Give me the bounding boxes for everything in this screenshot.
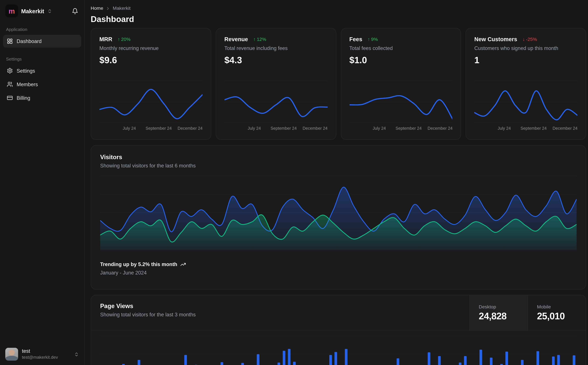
breadcrumb: Home Makerkit (91, 5, 586, 11)
workspace-selector[interactable]: m Makerkit (5, 5, 52, 17)
sparkline-x-labels: July 24 September 24 December 24 (474, 126, 577, 132)
user-menu[interactable]: test test@makerkit.dev (0, 343, 84, 365)
logo-letter: m (9, 7, 15, 14)
page-views-toggle-mobile[interactable]: Mobile 25,010 (527, 295, 586, 330)
stat-value: $9.6 (99, 55, 202, 65)
workspace-name: Makerkit (21, 8, 44, 14)
users-icon (7, 81, 13, 87)
breadcrumb-home-link[interactable]: Home (91, 6, 103, 11)
gear-icon (7, 68, 13, 74)
visitors-card: Visitors Showing total visitors for the … (91, 145, 586, 289)
sparkline-chart: July 24 September 24 December 24 (224, 70, 327, 132)
page-views-title: Page Views (100, 303, 460, 309)
stat-subtitle: Customers who signed up this month (474, 45, 577, 51)
page-views-subtitle: Showing total visitors for the last 3 mo… (100, 312, 460, 317)
trending-up-icon (180, 262, 186, 267)
visitors-title: Visitors (100, 154, 577, 161)
visitors-subtitle: Showing total visitors for the last 6 mo… (100, 163, 577, 168)
page-title: Dashboard (91, 14, 586, 25)
sidebar-item-settings[interactable]: Settings (3, 64, 81, 77)
stat-delta-badge: ↑20% (118, 36, 131, 42)
sidebar: m Makerkit Application Dashboard (0, 0, 85, 365)
page-views-bar-chart (91, 331, 586, 365)
stat-title: Revenue (224, 36, 248, 42)
visitors-period: January - June 2024 (100, 270, 577, 275)
page-views-card: Page Views Showing total visitors for th… (91, 295, 586, 365)
credit-card-icon (7, 95, 13, 101)
bell-icon (72, 8, 78, 14)
arrow-up-icon: ↑ (253, 36, 256, 42)
chevrons-up-down-icon (47, 8, 52, 14)
avatar (5, 348, 18, 361)
stat-title: Fees (349, 36, 362, 42)
breadcrumb-current: Makerkit (113, 6, 131, 11)
page-views-toggle-desktop[interactable]: Desktop 24,828 (469, 295, 527, 330)
mobile-label: Mobile (537, 304, 586, 309)
main-content: Home Makerkit Dashboard MRR ↑20% Monthly… (85, 0, 588, 365)
chevron-right-icon (105, 6, 111, 11)
sidebar-item-dashboard[interactable]: Dashboard (3, 35, 81, 48)
sparkline-chart: July 24 September 24 December 24 (474, 70, 577, 132)
stat-delta-badge: ↑9% (367, 36, 378, 42)
stat-card-fees: Fees ↑9% Total fees collected $1.0 July … (341, 28, 461, 140)
user-name: test (22, 348, 58, 355)
stat-card-revenue: Revenue ↑12% Total revenue including fee… (216, 28, 336, 140)
sidebar-item-billing[interactable]: Billing (3, 91, 81, 104)
user-email: test@makerkit.dev (22, 355, 58, 360)
stat-value: 1 (474, 55, 577, 65)
makerkit-logo: m (5, 5, 18, 17)
sparkline-chart: July 24 September 24 December 24 (349, 70, 452, 132)
sidebar-item-label: Billing (17, 95, 30, 101)
stat-subtitle: Total fees collected (349, 45, 452, 51)
nav-section-label: Application (6, 27, 78, 32)
stat-delta-badge: ↓-25% (523, 36, 537, 42)
stat-card-new-customers: New Customers ↓-25% Customers who signed… (466, 28, 586, 140)
stat-title: New Customers (474, 36, 517, 42)
sparkline-x-labels: July 24 September 24 December 24 (224, 126, 327, 132)
sidebar-nav: Application Dashboard Settings Settings … (0, 27, 84, 104)
arrow-down-icon: ↓ (523, 36, 525, 42)
sparkline-chart: July 24 September 24 December 24 (99, 70, 202, 132)
stat-subtitle: Total revenue including fees (224, 45, 327, 51)
visitors-area-chart (100, 175, 577, 250)
sparkline-x-labels: July 24 September 24 December 24 (349, 126, 452, 132)
stat-cards-row: MRR ↑20% Monthly recurring revenue $9.6 … (91, 28, 586, 140)
arrow-up-icon: ↑ (118, 36, 120, 42)
visitors-trend-text: Trending up by 5.2% this month (100, 262, 177, 267)
notifications-button[interactable] (70, 6, 80, 16)
desktop-label: Desktop (479, 304, 528, 309)
app-root: m Makerkit Application Dashboard (0, 0, 588, 365)
stat-delta-badge: ↑12% (253, 36, 266, 42)
sidebar-item-members[interactable]: Members (3, 78, 81, 91)
stat-title: MRR (99, 36, 112, 42)
chevrons-up-down-icon (74, 352, 79, 357)
nav-section-label: Settings (6, 57, 78, 61)
dashboard-icon (7, 38, 13, 44)
sparkline-x-labels: July 24 September 24 December 24 (99, 126, 202, 132)
stat-subtitle: Monthly recurring revenue (99, 45, 202, 51)
sidebar-item-label: Settings (17, 68, 35, 73)
sidebar-item-label: Members (17, 81, 38, 87)
sidebar-item-label: Dashboard (17, 38, 42, 44)
stat-value: $4.3 (224, 55, 327, 65)
stat-value: $1.0 (349, 55, 452, 65)
desktop-value: 24,828 (479, 311, 528, 322)
arrow-up-icon: ↑ (367, 36, 370, 42)
mobile-value: 25,010 (537, 311, 586, 322)
stat-card-mrr: MRR ↑20% Monthly recurring revenue $9.6 … (91, 28, 211, 140)
